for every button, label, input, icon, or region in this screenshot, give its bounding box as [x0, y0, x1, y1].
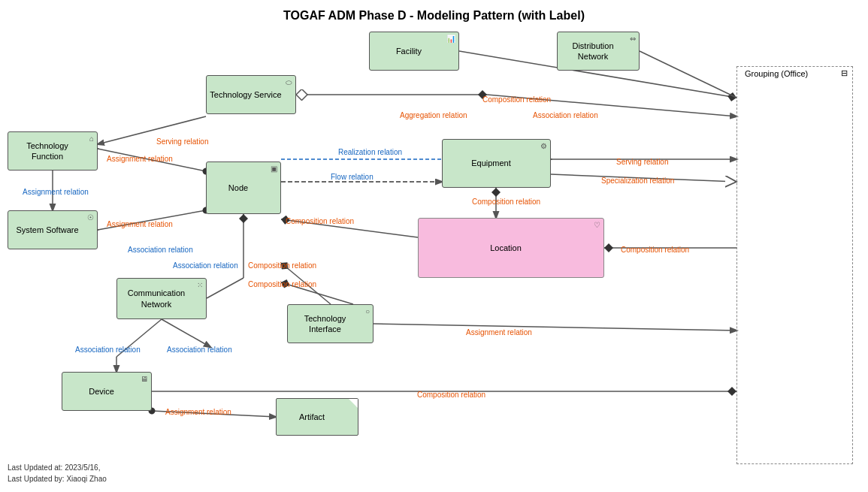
- composition-rel-5: Composition relation: [248, 261, 316, 270]
- footer-line2: Last Updated by: Xiaoqi Zhao: [8, 473, 107, 484]
- location-node[interactable]: Location ♡: [418, 218, 604, 278]
- svg-line-28: [162, 319, 210, 347]
- svg-line-9: [98, 116, 206, 144]
- svg-line-19: [281, 219, 418, 237]
- device-node[interactable]: Device 🖥: [62, 372, 152, 411]
- communication-network-node[interactable]: Communication Network ⁙: [116, 278, 207, 319]
- association-rel-3: Association relation: [173, 261, 238, 270]
- system-icon: ☉: [87, 213, 94, 222]
- svg-line-31: [152, 411, 276, 417]
- diagram-title: TOGAF ADM Phase D - Modeling Pattern (wi…: [0, 0, 868, 23]
- svg-line-23: [207, 278, 243, 298]
- assignment-rel-3: Assignment relation: [466, 328, 532, 337]
- flow-rel: Flow relation: [331, 173, 374, 181]
- facility-node[interactable]: Facility 📊: [369, 32, 459, 71]
- composition-rel-2: Composition relation: [286, 217, 354, 225]
- composition-rel-6: Composition relation: [248, 280, 316, 288]
- location-icon: ♡: [594, 221, 600, 229]
- svg-line-13: [551, 174, 736, 182]
- grouping-box: Grouping (Office) ⊟: [736, 66, 853, 464]
- footer: Last Updated at: 2023/5/16, Last Updated…: [8, 462, 107, 484]
- equipment-node[interactable]: Equipment ⚙: [442, 139, 551, 188]
- distribution-icon: ⇔: [630, 35, 636, 43]
- svg-line-24: [281, 263, 331, 304]
- grouping-label: Grouping (Office): [742, 69, 811, 78]
- grouping-icon: ⊟: [841, 68, 848, 78]
- association-rel-5: Association relation: [167, 346, 232, 354]
- composition-rel-3: Composition relation: [472, 198, 540, 206]
- artifact-node[interactable]: Artifact: [276, 398, 358, 436]
- svg-line-25: [281, 282, 353, 304]
- technology-function-node[interactable]: Technology Function ⌂: [8, 131, 98, 171]
- specialization-rel: Specialization relation: [601, 177, 674, 185]
- footer-line1: Last Updated at: 2023/5/16,: [8, 462, 107, 473]
- composition-rel-1: Composition relation: [482, 95, 551, 104]
- communication-icon: ⁙: [197, 281, 203, 289]
- serving-rel-2: Serving relation: [616, 158, 668, 166]
- association-rel-2: Association relation: [128, 246, 193, 254]
- interface-icon: ○: [365, 307, 370, 315]
- svg-line-18: [98, 210, 206, 230]
- svg-line-26: [116, 319, 162, 357]
- realization-rel: Realization relation: [338, 148, 402, 156]
- node-icon: ▣: [271, 165, 277, 173]
- equipment-icon: ⚙: [540, 142, 547, 150]
- composition-rel-7: Composition relation: [417, 391, 485, 399]
- service-icon: ⬭: [286, 78, 292, 87]
- technology-interface-node[interactable]: Technology Interface ○: [287, 304, 374, 343]
- serving-rel-1: Serving relation: [156, 137, 208, 146]
- function-icon: ⌂: [89, 134, 94, 143]
- node-node[interactable]: Node ▣: [206, 161, 281, 214]
- svg-line-8: [487, 95, 736, 116]
- svg-line-29: [374, 324, 736, 331]
- technology-service-node[interactable]: Technology Service ⬭: [206, 75, 296, 114]
- assignment-rel-1: Assignment relation: [107, 155, 173, 163]
- assignment-rel-5: Assignment relation: [23, 188, 89, 196]
- facility-icon: 📊: [446, 35, 455, 43]
- svg-line-15: [98, 149, 206, 171]
- device-icon: 🖥: [141, 375, 148, 383]
- composition-rel-4: Composition relation: [621, 246, 689, 254]
- system-software-node[interactable]: System Software ☉: [8, 210, 98, 249]
- distribution-network-node[interactable]: Distribution Network ⇔: [557, 32, 640, 71]
- assignment-rel-2: Assignment relation: [107, 220, 173, 228]
- assignment-rel-4: Assignment relation: [165, 408, 231, 416]
- diagram-container: TOGAF ADM Phase D - Modeling Pattern (wi…: [0, 0, 868, 492]
- svg-line-5: [640, 51, 736, 98]
- association-rel-4: Association relation: [75, 346, 141, 354]
- association-rel-1: Association relation: [533, 111, 598, 119]
- aggregation-rel: Aggregation relation: [400, 111, 467, 119]
